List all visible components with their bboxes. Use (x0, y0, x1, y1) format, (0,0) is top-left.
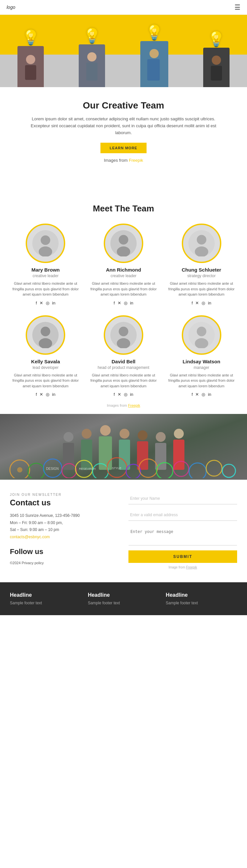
person-silhouette-1 (18, 46, 44, 87)
newsletter-label: JOIN OUR NEWSLETTER (10, 493, 118, 496)
social-twitter-0[interactable]: ✕ (39, 301, 43, 305)
footer-col-2: Headline Sample footer text (88, 592, 159, 605)
bulb-icon-1: 💡 (22, 29, 40, 46)
svg-text:RESEARCH: RESEARCH (79, 467, 95, 470)
freepik-link-1[interactable]: Freepik (129, 158, 143, 163)
svg-point-22 (117, 338, 130, 348)
team-member-4: David Bell head of product management Gl… (88, 315, 159, 397)
member-social-4: f ✕ ◎ in (114, 392, 133, 397)
svg-point-9 (41, 236, 50, 245)
svg-point-43 (62, 464, 76, 478)
team-member-1: Ann Richmond creative leader Glavi amet … (88, 224, 159, 305)
freepik-link-3[interactable]: Freepik (186, 565, 197, 569)
member-bio-5: Glavi amet nitrisi libero molestie ante … (166, 373, 237, 389)
member-avatar-1 (110, 230, 137, 256)
social-instagram-3[interactable]: ◎ (46, 392, 49, 397)
social-twitter-1[interactable]: ✕ (117, 301, 121, 305)
svg-point-38 (174, 429, 184, 439)
bulb-icon-2: 💡 (83, 27, 101, 44)
member-name-5: Lindsay Watson (183, 359, 220, 364)
social-facebook-1[interactable]: f (114, 301, 115, 305)
contact-left: JOIN OUR NEWSLETTER Contact us 3045 10 S… (10, 493, 118, 569)
contact-hours1: Mon – Fri: 9:00 am – 8:00 pm, (10, 520, 118, 527)
learn-more-button[interactable]: LEARN MORE (101, 143, 146, 153)
footer-col-1: Headline Sample footer text (10, 592, 81, 605)
social-linkedin-4[interactable]: in (130, 392, 133, 397)
contact-right: SUBMIT Image from Freepik (129, 493, 237, 569)
hero-person-3: 💡 (140, 24, 168, 87)
svg-point-47 (126, 464, 141, 478)
svg-point-4 (149, 49, 159, 58)
svg-point-45 (92, 464, 108, 478)
social-instagram-4[interactable]: ◎ (124, 392, 128, 397)
svg-point-15 (197, 235, 206, 245)
name-input[interactable] (129, 493, 237, 504)
social-instagram-5[interactable]: ◎ (201, 392, 205, 397)
svg-point-2 (87, 52, 97, 61)
social-instagram-0[interactable]: ◎ (46, 301, 49, 305)
submit-button[interactable]: SUBMIT (129, 550, 237, 563)
social-instagram-1[interactable]: ◎ (124, 301, 128, 305)
social-instagram-2[interactable]: ◎ (201, 301, 205, 305)
message-input[interactable] (129, 526, 237, 546)
social-facebook-5[interactable]: f (192, 392, 193, 397)
svg-point-0 (26, 55, 35, 64)
social-linkedin-1[interactable]: in (130, 301, 133, 305)
person-silhouette-2 (79, 44, 105, 87)
hamburger-menu[interactable]: ☰ (235, 3, 240, 11)
bulb-icon-4: 💡 (207, 31, 225, 48)
member-avatar-3 (32, 322, 59, 348)
svg-point-34 (138, 430, 147, 440)
creative-team-title: Our Creative Team (26, 100, 221, 111)
logo: logo (7, 5, 15, 10)
member-avatar-4 (110, 322, 137, 348)
member-bio-1: Glavi amet nitrisi libero molestie ante … (88, 281, 159, 297)
social-linkedin-5[interactable]: in (208, 392, 211, 397)
creative-team-section: Our Creative Team Lorem ipsum dolor sit … (0, 87, 247, 177)
big-team-photo: DESIGN RESEARCH STYLE (0, 414, 247, 480)
contact-info: 3045 10 Sunrize Avenue, 123-456-7890 Mon… (10, 512, 118, 540)
member-role-0: creative leader (33, 274, 59, 278)
contact-title: Contact us (10, 498, 118, 507)
svg-point-54 (17, 467, 22, 472)
footer-headline-1: Headline (10, 592, 81, 598)
hero-person-2: 💡 (79, 27, 105, 87)
social-linkedin-0[interactable]: in (52, 301, 55, 305)
person-svg-4 (208, 54, 225, 81)
social-twitter-2[interactable]: ✕ (195, 301, 199, 305)
social-facebook-4[interactable]: f (114, 392, 115, 397)
svg-point-52 (206, 460, 222, 476)
footer-col-3: Headline Sample footer text (166, 592, 237, 605)
divider-1 (0, 177, 247, 187)
bulb-icon-3: 💡 (145, 24, 163, 41)
svg-point-10 (39, 247, 52, 257)
svg-rect-7 (211, 66, 222, 81)
member-avatar-2 (188, 230, 215, 256)
member-photo-2 (182, 224, 221, 263)
social-facebook-3[interactable]: f (35, 392, 37, 397)
member-bio-3: Glavi amet nitrisi libero molestie ante … (10, 373, 81, 389)
social-twitter-5[interactable]: ✕ (195, 392, 199, 397)
social-twitter-3[interactable]: ✕ (39, 392, 43, 397)
member-avatar-0 (32, 230, 59, 256)
freepik-link-2[interactable]: Freepik (128, 403, 140, 407)
social-facebook-2[interactable]: f (192, 301, 193, 305)
svg-point-19 (39, 338, 52, 348)
member-role-1: creative leader (111, 274, 137, 278)
svg-rect-3 (86, 62, 98, 81)
creative-team-description: Lorem ipsum dolor sit amet, consectetur … (26, 116, 221, 136)
svg-point-36 (156, 432, 166, 442)
social-linkedin-2[interactable]: in (208, 301, 211, 305)
follow-title: Follow us (10, 548, 118, 556)
footer-text-3: Sample footer text (166, 601, 237, 605)
member-role-5: manager (194, 365, 209, 370)
member-bio-4: Glavi amet nitrisi libero molestie ante … (88, 373, 159, 389)
social-twitter-4[interactable]: ✕ (117, 392, 121, 397)
meet-team-section: Meet The Team Mary Brown creative leader… (0, 187, 247, 414)
svg-point-24 (197, 327, 206, 336)
team-credit: Images from Freepik (10, 403, 237, 407)
social-facebook-0[interactable]: f (35, 301, 37, 305)
email-input[interactable] (129, 509, 237, 521)
meet-team-title: Meet The Team (10, 204, 237, 214)
social-linkedin-3[interactable]: in (52, 392, 55, 397)
